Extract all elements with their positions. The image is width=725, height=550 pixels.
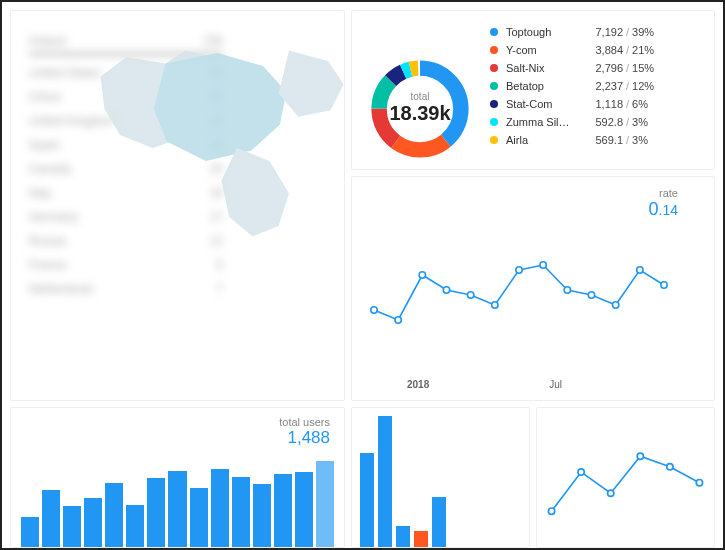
rate-label: rate: [364, 187, 678, 199]
legend-value: 2,796: [581, 62, 623, 74]
legend-pct: 15%: [632, 62, 654, 74]
svg-point-19: [661, 282, 667, 288]
mini-bar: [414, 531, 428, 547]
svg-point-14: [540, 262, 546, 268]
legend-name: Toptough: [506, 26, 581, 38]
legend-dot-icon: [490, 28, 498, 36]
bar: [274, 474, 292, 547]
svg-point-13: [516, 267, 522, 273]
legend-value: 3,884: [581, 44, 623, 56]
svg-point-20: [548, 508, 554, 514]
svg-point-25: [696, 479, 702, 485]
bar: [126, 505, 144, 547]
legend-value: 592.8: [581, 116, 623, 128]
legend-row[interactable]: Toptough 7,192 / 39%: [490, 23, 706, 41]
svg-point-21: [578, 469, 584, 475]
bar: [21, 517, 39, 547]
mini-bar: [360, 453, 374, 547]
svg-point-22: [608, 490, 614, 496]
legend-name: Y-com: [506, 44, 581, 56]
total-users-card: total users 1,488: [10, 407, 345, 548]
bar: [295, 472, 313, 547]
legend-row[interactable]: Y-com 3,884 / 21%: [490, 41, 706, 59]
legend-name: Airla: [506, 134, 581, 146]
country-row: Netherlands7: [29, 277, 223, 301]
legend-row[interactable]: Stat-Com 1,118 / 6%: [490, 95, 706, 113]
legend-value: 569.1: [581, 134, 623, 146]
bar: [147, 478, 165, 546]
legend-dot-icon: [490, 118, 498, 126]
rate-axis-year: 2018: [407, 379, 429, 390]
legend-pct: 21%: [632, 44, 654, 56]
bar: [253, 484, 271, 547]
legend-pct: 6%: [632, 98, 648, 110]
bar: [105, 483, 123, 547]
legend-dot-icon: [490, 64, 498, 72]
donut-legend: Toptough 7,192 / 39% Y-com 3,884 / 21% S…: [480, 23, 706, 157]
world-map: [94, 31, 345, 239]
sparkline-chart: [541, 412, 710, 543]
rate-axis-month: Jul: [549, 379, 562, 390]
total-users-label: total users: [21, 416, 330, 428]
legend-pct: 39%: [632, 26, 654, 38]
legend-dot-icon: [490, 100, 498, 108]
mini-bar: [396, 526, 410, 547]
bar: [211, 469, 229, 547]
svg-point-10: [443, 287, 449, 293]
svg-point-9: [419, 272, 425, 278]
legend-value: 7,192: [581, 26, 623, 38]
mini-bar-card: [351, 407, 530, 548]
legend-name: Stat-Com: [506, 98, 581, 110]
svg-point-23: [637, 453, 643, 459]
legend-pct: 12%: [632, 80, 654, 92]
bar: [63, 506, 81, 547]
legend-row[interactable]: Betatop 2,237 / 12%: [490, 77, 706, 95]
legend-pct: 3%: [632, 134, 648, 146]
bar: [190, 488, 208, 547]
svg-point-15: [564, 287, 570, 293]
legend-row[interactable]: Zumma Sil… 592.8 / 3%: [490, 113, 706, 131]
geo-map-card: Ireland230United States86China60United K…: [10, 10, 345, 401]
bar: [42, 490, 60, 547]
mini-bars: [352, 408, 529, 547]
svg-point-18: [637, 267, 643, 273]
svg-point-17: [612, 302, 618, 308]
legend-dot-icon: [490, 136, 498, 144]
svg-point-12: [492, 302, 498, 308]
mini-bar: [378, 416, 392, 547]
donut-chart: total 18.39k: [360, 23, 480, 157]
sparkline-card: [536, 407, 715, 548]
svg-point-8: [395, 317, 401, 323]
legend-name: Salt-Nix: [506, 62, 581, 74]
donut-chart-card: total 18.39k Toptough 7,192 / 39% Y-com …: [351, 10, 715, 170]
svg-point-7: [371, 307, 377, 313]
bar: [84, 498, 102, 547]
rate-line-chart: [364, 220, 674, 350]
legend-value: 1,118: [581, 98, 623, 110]
legend-row[interactable]: Airla 569.1 / 3%: [490, 131, 706, 149]
bar: [232, 477, 250, 547]
country-row: France8: [29, 253, 223, 277]
svg-point-11: [467, 292, 473, 298]
legend-value: 2,237: [581, 80, 623, 92]
bar: [316, 461, 334, 547]
bar: [168, 471, 186, 546]
legend-dot-icon: [490, 46, 498, 54]
total-users-value: 1,488: [21, 428, 330, 448]
svg-point-24: [667, 464, 673, 470]
total-users-bars: [21, 448, 334, 547]
rate-line-card: rate 0.14 2018 Jul: [351, 176, 715, 401]
legend-row[interactable]: Salt-Nix 2,796 / 15%: [490, 59, 706, 77]
legend-dot-icon: [490, 82, 498, 90]
mini-bar: [432, 497, 446, 547]
legend-pct: 3%: [632, 116, 648, 128]
rate-value: 0.14: [364, 199, 678, 220]
legend-name: Betatop: [506, 80, 581, 92]
legend-name: Zumma Sil…: [506, 116, 581, 128]
svg-point-16: [588, 292, 594, 298]
